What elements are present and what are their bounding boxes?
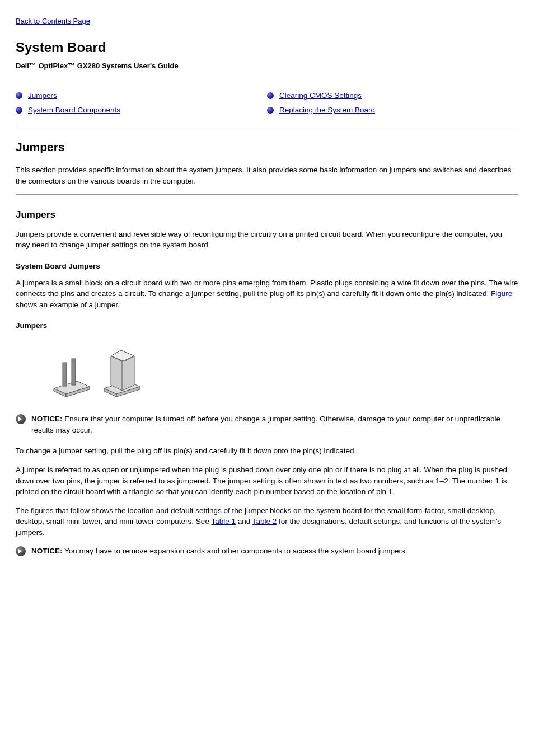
toc-link-replace[interactable]: Replacing the System Board xyxy=(279,105,375,116)
bullet-icon xyxy=(267,107,274,114)
bullet-icon xyxy=(16,107,22,114)
divider xyxy=(16,194,518,195)
text: and xyxy=(236,517,252,525)
page-subtitle: Dell™ OptiPlex™ GX280 Systems User's Gui… xyxy=(16,61,518,72)
subsection-heading-jumpers: Jumpers xyxy=(16,208,518,222)
svg-rect-3 xyxy=(63,363,67,386)
text: Ensure that your computer is turned off … xyxy=(31,415,500,434)
text: shows an example of a jumper. xyxy=(16,300,120,309)
notice-arrow-icon xyxy=(16,414,26,424)
figure-caption: Jumpers xyxy=(16,320,518,331)
table-link-1[interactable]: Table 1 xyxy=(211,517,236,525)
notice-text: NOTICE: You may have to remove expansion… xyxy=(31,546,518,557)
toc-item: Replacing the System Board xyxy=(267,105,518,116)
toc-link-jumpers[interactable]: Jumpers xyxy=(28,90,57,101)
paragraph: The figures that follow shows the locati… xyxy=(16,505,518,538)
table-of-contents: Jumpers System Board Components Clearing… xyxy=(16,87,518,119)
paragraph: A jumper is referred to as open or unjum… xyxy=(16,464,518,497)
page-title: System Board xyxy=(16,38,518,58)
toc-column-right: Clearing CMOS Settings Replacing the Sys… xyxy=(267,87,518,119)
subsubsection-heading: System Board Jumpers xyxy=(16,261,518,272)
toc-column-left: Jumpers System Board Components xyxy=(16,87,267,119)
table-link-2[interactable]: Table 2 xyxy=(252,517,277,525)
notice: NOTICE: You may have to remove expansion… xyxy=(16,546,518,557)
toc-link-cmos[interactable]: Clearing CMOS Settings xyxy=(279,90,362,101)
figure-link[interactable]: Figure xyxy=(491,289,512,298)
toc-item: Clearing CMOS Settings xyxy=(267,90,518,101)
paragraph: A jumpers is a small block on a circuit … xyxy=(16,278,518,311)
toc-link-components[interactable]: System Board Components xyxy=(28,105,120,116)
notice-arrow-icon xyxy=(16,546,26,556)
toc-item: Jumpers xyxy=(16,90,267,101)
jumper-figure xyxy=(38,339,518,404)
paragraph: This section provides specific informati… xyxy=(16,165,518,186)
section-heading-jumpers: Jumpers xyxy=(16,139,518,156)
divider xyxy=(16,126,518,126)
notice: NOTICE: Ensure that your computer is tur… xyxy=(16,414,518,435)
jumper-illustration-icon xyxy=(38,339,144,401)
bullet-icon xyxy=(267,92,274,99)
toc-item: System Board Components xyxy=(16,105,267,116)
bullet-icon xyxy=(16,92,22,99)
paragraph: To change a jumper setting, pull the plu… xyxy=(16,445,518,457)
back-to-contents-link[interactable]: Back to Contents Page xyxy=(16,17,90,25)
notice-label: NOTICE: xyxy=(31,415,63,423)
notice-label: NOTICE: xyxy=(31,547,63,555)
text: A jumpers is a small block on a circuit … xyxy=(16,279,518,298)
text: You may have to remove expansion cards a… xyxy=(63,547,407,555)
svg-rect-4 xyxy=(72,359,76,385)
paragraph: Jumpers provide a convenient and reversi… xyxy=(16,229,518,251)
notice-text: NOTICE: Ensure that your computer is tur… xyxy=(31,414,518,435)
